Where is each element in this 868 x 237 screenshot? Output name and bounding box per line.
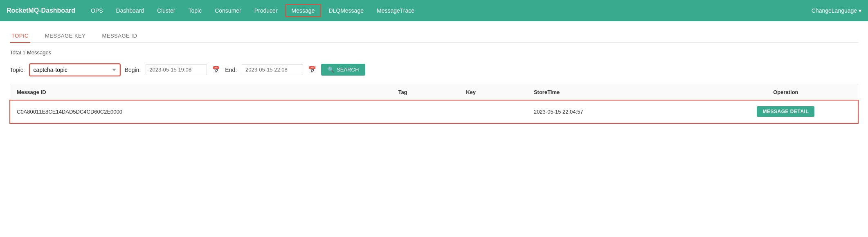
search-icon: 🔍 [328,67,334,73]
begin-calendar-icon[interactable]: 📅 [212,66,220,74]
navbar-brand[interactable]: RocketMQ-Dashboard [7,7,75,14]
tab-message-id[interactable]: MESSAGE ID [100,29,139,42]
cell-key [459,101,527,123]
topic-label: Topic: [10,67,25,73]
messages-table-wrapper: Message ID Tag Key StoreTime Operation C… [10,84,858,123]
nav-item-messagetrace[interactable]: MessageTrace [371,5,420,16]
navbar: RocketMQ-Dashboard OPS Dashboard Cluster… [0,0,868,21]
nav-items: OPS Dashboard Cluster Topic Consumer Pro… [85,4,812,17]
col-header-key: Key [459,84,527,101]
nav-item-ops[interactable]: OPS [85,5,109,16]
search-button[interactable]: 🔍 SEARCH [321,64,365,76]
col-header-storetime: StoreTime [527,84,714,101]
col-header-tag: Tag [391,84,459,101]
begin-label: Begin: [125,67,141,73]
cell-storetime: 2023-05-15 22:04:57 [527,101,714,123]
message-detail-button[interactable]: MESSAGE DETAIL [757,106,814,117]
col-header-message-id: Message ID [10,84,391,101]
cell-operation: MESSAGE DETAIL [714,101,858,123]
search-row: Topic: captcha-topic Begin: 📅 End: 📅 🔍 S… [10,64,858,76]
end-calendar-icon[interactable]: 📅 [308,66,316,74]
cell-message-id: C0A80011E8CE14DAD5DC4CD60C2E0000 [10,101,391,123]
table-row: C0A80011E8CE14DAD5DC4CD60C2E0000 2023-05… [10,101,858,123]
tab-message-key[interactable]: MESSAGE KEY [43,29,87,42]
tab-topic[interactable]: TOPIC [10,29,30,43]
main-content: TOPIC MESSAGE KEY MESSAGE ID Total 1 Mes… [0,21,868,132]
search-button-label: SEARCH [337,67,359,73]
nav-item-cluster[interactable]: Cluster [151,5,181,16]
topic-select[interactable]: captcha-topic [30,64,120,76]
nav-item-message[interactable]: Message [285,4,322,17]
cell-tag [391,101,459,123]
tab-bar: TOPIC MESSAGE KEY MESSAGE ID [10,29,858,43]
table-header-row: Message ID Tag Key StoreTime Operation [10,84,858,101]
total-messages-label: Total 1 Messages [10,49,858,56]
nav-item-consumer[interactable]: Consumer [209,5,247,16]
change-language-button[interactable]: ChangeLanguage ▾ [812,7,861,14]
messages-table: Message ID Tag Key StoreTime Operation C… [10,84,858,123]
nav-item-producer[interactable]: Producer [249,5,283,16]
nav-item-topic[interactable]: Topic [182,5,207,16]
nav-item-dlqmessage[interactable]: DLQMessage [323,5,369,16]
nav-item-dashboard[interactable]: Dashboard [110,5,150,16]
end-date-input[interactable] [242,64,303,75]
col-header-operation: Operation [714,84,858,101]
end-label: End: [225,67,237,73]
begin-date-input[interactable] [146,64,207,75]
